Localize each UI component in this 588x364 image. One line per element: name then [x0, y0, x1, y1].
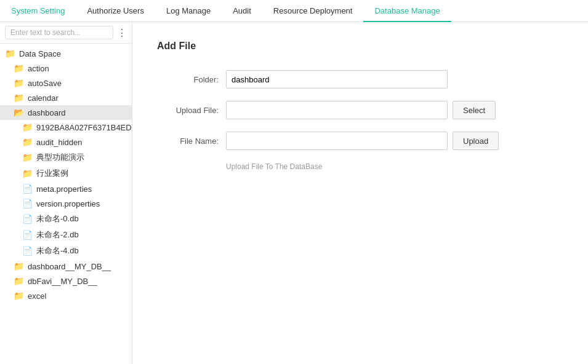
filename-row: File Name: Upload — [157, 132, 563, 150]
tree-item-9192[interactable]: 📁 9192BA8A027F6371B4ED — [0, 120, 132, 135]
tree-item-label: Data Space — [19, 49, 61, 58]
sidebar: ⋮ 📁 Data Space 📁 action 📁 autoSave 📁 cal… — [0, 22, 132, 364]
upload-button[interactable]: Upload — [453, 132, 499, 150]
tree-item-label: action — [28, 64, 49, 73]
tree-item-label: version.properties — [36, 199, 100, 208]
tree-item-label: audit_hidden — [36, 138, 82, 147]
nav-database-manage[interactable]: Database Manage — [363, 0, 451, 22]
tree-item-industry[interactable]: 📁 行业案例 — [0, 165, 132, 181]
folder-open-icon: 📂 — [14, 108, 24, 117]
tree-item-label: calendar — [28, 93, 58, 103]
tree-item-label: dashboard__MY_DB__ — [28, 262, 111, 271]
folder-icon: 📁 — [5, 49, 15, 58]
file-icon: 📄 — [22, 214, 33, 224]
file-icon: 📄 — [22, 184, 33, 194]
sidebar-tree: 📁 Data Space 📁 action 📁 autoSave 📁 calen… — [0, 44, 132, 364]
tree-item-label: excel — [28, 291, 46, 301]
tree-item-label: meta.properties — [36, 184, 92, 194]
tree-item-excel[interactable]: 📁 excel — [0, 288, 132, 303]
folder-icon: 📁 — [14, 261, 24, 271]
tree-item-label: autoSave — [28, 79, 62, 88]
main-layout: ⋮ 📁 Data Space 📁 action 📁 autoSave 📁 cal… — [0, 22, 588, 364]
folder-icon: 📁 — [22, 168, 33, 178]
tree-item-meta-properties[interactable]: 📄 meta.properties — [0, 181, 132, 196]
tree-item-label: 行业案例 — [36, 168, 68, 179]
tree-item-label: 9192BA8A027F6371B4ED — [36, 123, 132, 132]
file-icon: 📄 — [22, 246, 33, 256]
folder-icon: 📁 — [14, 78, 24, 88]
filename-input[interactable] — [226, 132, 448, 150]
tree-item-typical[interactable]: 📁 典型功能演示 — [0, 149, 132, 165]
add-file-title: Add File — [157, 41, 563, 52]
tree-item-action[interactable]: 📁 action — [0, 61, 132, 76]
search-input[interactable] — [5, 26, 113, 39]
folder-icon: 📁 — [14, 276, 24, 286]
nav-audit[interactable]: Audit — [222, 0, 262, 22]
folder-icon: 📁 — [14, 291, 24, 301]
filename-label: File Name: — [157, 136, 219, 146]
folder-icon: 📁 — [22, 152, 33, 162]
tree-item-unnamed-0[interactable]: 📄 未命名-0.db — [0, 211, 132, 227]
select-button[interactable]: Select — [453, 101, 496, 119]
tree-item-label: dbFavi__MY_DB__ — [28, 277, 97, 286]
folder-icon: 📁 — [22, 137, 33, 147]
folder-icon: 📁 — [22, 122, 33, 132]
search-bar: ⋮ — [0, 22, 132, 44]
tree-item-label: dashboard — [28, 108, 65, 117]
nav-system-setting[interactable]: System Setting — [0, 0, 76, 22]
folder-label: Folder: — [157, 75, 219, 84]
nav-log-manage[interactable]: Log Manage — [155, 0, 222, 22]
top-nav: System Setting Authorize Users Log Manag… — [0, 0, 588, 22]
upload-file-input[interactable] — [226, 101, 448, 119]
nav-resource-deployment[interactable]: Resource Deployment — [262, 0, 364, 22]
hint-text: Upload File To The DataBase — [226, 162, 563, 171]
tree-item-unnamed-4[interactable]: 📄 未命名-4.db — [0, 243, 132, 259]
tree-item-dbfavi-mydb[interactable]: 📁 dbFavi__MY_DB__ — [0, 274, 132, 288]
folder-icon: 📁 — [14, 63, 24, 73]
tree-item-dashboard-mydb[interactable]: 📁 dashboard__MY_DB__ — [0, 259, 132, 274]
upload-file-row: Upload File: Select — [157, 101, 563, 119]
tree-item-autosave[interactable]: 📁 autoSave — [0, 76, 132, 90]
tree-item-audit-hidden[interactable]: 📁 audit_hidden — [0, 135, 132, 149]
folder-icon: 📁 — [14, 93, 24, 103]
menu-icon[interactable]: ⋮ — [117, 27, 127, 39]
content-area: Add File Folder: Upload File: Select Fil… — [132, 22, 588, 364]
tree-item-label: 未命名-2.db — [36, 229, 79, 240]
tree-item-label: 未命名-0.db — [36, 213, 79, 224]
tree-item-data-space[interactable]: 📁 Data Space — [0, 46, 132, 61]
tree-item-dashboard[interactable]: 📂 dashboard — [0, 105, 132, 120]
tree-item-calendar[interactable]: 📁 calendar — [0, 90, 132, 105]
folder-row: Folder: — [157, 70, 563, 89]
tree-item-version-properties[interactable]: 📄 version.properties — [0, 196, 132, 211]
file-icon: 📄 — [22, 230, 33, 240]
tree-item-unnamed-2[interactable]: 📄 未命名-2.db — [0, 227, 132, 243]
folder-input[interactable] — [226, 70, 448, 89]
upload-file-label: Upload File: — [157, 106, 219, 115]
tree-item-label: 典型功能演示 — [36, 152, 84, 163]
tree-item-label: 未命名-4.db — [36, 245, 79, 256]
nav-authorize-users[interactable]: Authorize Users — [76, 0, 155, 22]
file-icon: 📄 — [22, 199, 33, 208]
